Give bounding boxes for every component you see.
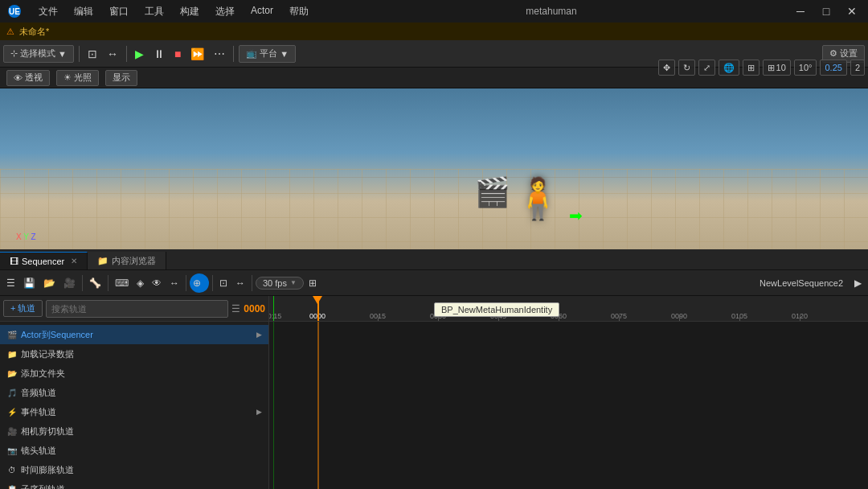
ruler-line-90 (679, 315, 680, 322)
forward-btn[interactable]: ⏩ (187, 45, 207, 63)
snap-btn[interactable]: ⊡ (84, 45, 100, 63)
menu-edit[interactable]: 编辑 (71, 3, 96, 20)
timeline-tracks-area[interactable] (269, 322, 868, 489)
grid-size-btn[interactable]: ⊞ 10 (763, 60, 791, 76)
display-btn[interactable]: 显示 (105, 70, 137, 86)
menu-actor[interactable]: Actor (248, 3, 276, 20)
seq-view-btn[interactable]: 👁 (149, 273, 165, 293)
transform-btn[interactable]: ↔ (104, 45, 121, 63)
track-item-camera-cut[interactable]: 🎥 相机剪切轨道 (0, 421, 268, 441)
tab-close-icon[interactable]: ✕ (71, 257, 77, 265)
scale-size-btn[interactable]: 0.25 (820, 60, 846, 76)
dropdown-arrow-icon: ▼ (58, 49, 67, 59)
platform-btn[interactable]: 📺 平台 ▼ (239, 45, 296, 63)
track-item-folder[interactable]: 📂 添加文件夹 (0, 364, 268, 383)
timeline-panel: -0:15 0000 0015 0030 0045 0060 0075 0090 (269, 296, 868, 489)
move-tool-btn[interactable]: ✥ (658, 60, 675, 76)
track-item-timedilate[interactable]: ⏱ 时间膨胀轨道 (0, 460, 268, 479)
menu-file[interactable]: 文件 (35, 3, 61, 20)
title-bar: UE 文件 编辑 窗口 工具 构建 选择 Actor 帮助 metahuman … (0, 0, 868, 23)
mode-select-btn[interactable]: ⊹ 选择模式 ▼ (3, 45, 74, 63)
minimize-button[interactable]: ─ (791, 2, 810, 21)
track-icon-event: ⚡ (6, 408, 18, 417)
track-filter-icon[interactable]: ☰ (231, 303, 240, 314)
track-item-event[interactable]: ⚡ 事件轨道 (0, 402, 268, 421)
track-item-record[interactable]: 📁 加载记录数据 (0, 344, 268, 364)
seq-sep-1 (82, 275, 83, 291)
axis-indicator: X Y Z (16, 232, 36, 241)
surface-snapping-btn[interactable]: ⊞ (743, 60, 760, 76)
warning-bar: ⚠ 未命名* (0, 23, 868, 40)
seq-cam-btn[interactable]: 🎥 (60, 273, 79, 293)
menu-select[interactable]: 选择 (212, 3, 238, 20)
tab-sequencer[interactable]: 🎞 Sequencer ✕ (0, 252, 88, 269)
seq-sep-4 (212, 275, 213, 291)
maximize-button[interactable]: □ (817, 2, 836, 21)
seq-auto-scroll-btn[interactable]: ↔ (232, 273, 248, 293)
track-item-subsequence[interactable]: 📋 子序列轨道 (0, 479, 268, 489)
rotate-tool-btn[interactable]: ↻ (678, 60, 695, 76)
ruler-line-105 (739, 315, 740, 322)
app-logo: UE (6, 3, 23, 19)
world-local-btn[interactable]: 🌐 (719, 60, 739, 76)
stop-btn[interactable]: ■ (171, 45, 184, 63)
pause-btn[interactable]: ⏸ (150, 45, 168, 63)
seq-open-btn[interactable]: 📂 (40, 273, 59, 293)
menu-help[interactable]: 帮助 (286, 3, 312, 20)
svg-text:UE: UE (9, 7, 20, 16)
close-button[interactable]: ✕ (842, 2, 862, 21)
rotation-size-btn[interactable]: 10° (794, 60, 817, 76)
track-icon-audio: 🎵 (6, 388, 18, 397)
toolbar-separator-1 (79, 46, 80, 62)
settings-icon: ⚙ (829, 48, 837, 59)
seq-record-mode-btn[interactable]: ⊕ (190, 273, 209, 293)
seq-filter-btn[interactable]: ◈ (133, 273, 147, 293)
start-marker-track-line (273, 322, 274, 489)
perspective-btn[interactable]: 👁 透视 (6, 70, 50, 86)
track-icon-lens: 📷 (6, 446, 18, 455)
track-icon-timedilate: ⏱ (6, 466, 18, 475)
toolbar-separator-2 (126, 46, 127, 62)
seq-more-btn[interactable]: ▶ (851, 273, 865, 293)
seq-extra-btn[interactable]: ⊞ (305, 273, 320, 293)
menu-tools[interactable]: 工具 (141, 3, 167, 20)
seq-snap-btn[interactable]: ⊡ (216, 273, 231, 293)
track-item-actor[interactable]: 🎬 Actor到Sequencer (0, 325, 268, 344)
camera-speed-btn[interactable]: 2 (850, 60, 865, 76)
cursor-icon: ⊹ (10, 48, 18, 59)
platform-icon: 📺 (246, 48, 257, 59)
seq-transform-btn[interactable]: ↔ (166, 273, 182, 293)
more-btn[interactable]: ⋯ (211, 45, 228, 63)
menu-build[interactable]: 构建 (177, 3, 203, 20)
seq-keys-btn[interactable]: ⌨ (112, 273, 132, 293)
track-icon-subsequence: 📋 (6, 485, 18, 490)
track-controls-bar: + 轨道 ☰ 0000 (0, 296, 268, 322)
ruler-line-75 (619, 315, 620, 322)
timeline-ruler[interactable]: -0:15 0000 0015 0030 0045 0060 0075 0090 (269, 296, 868, 322)
frame-counter: 0000 (244, 303, 265, 314)
horizon-line (0, 177, 868, 178)
play-movie-btn[interactable]: ▶ (132, 45, 147, 63)
start-marker-line (273, 296, 274, 322)
seq-menu-btn[interactable]: ☰ (3, 273, 18, 293)
platform-arrow-icon: ▼ (280, 49, 289, 59)
add-track-button[interactable]: + 轨道 (3, 300, 43, 317)
sequencer-icon: 🎞 (10, 257, 18, 266)
lighting-btn[interactable]: ☀ 光照 (56, 70, 99, 86)
track-item-audio[interactable]: 🎵 音频轨道 (0, 383, 268, 402)
seq-sep-3 (186, 275, 186, 291)
menu-window[interactable]: 窗口 (106, 3, 132, 20)
seq-save-btn[interactable]: 💾 (20, 273, 39, 293)
seq-bones-btn[interactable]: 🦴 (86, 273, 104, 293)
playhead-track-line (317, 322, 319, 489)
track-search-input[interactable] (46, 300, 228, 318)
scale-tool-btn[interactable]: ⤢ (698, 60, 715, 76)
sequencer-panel: ☰ 💾 📂 🎥 🦴 ⌨ ◈ 👁 ↔ ⊕ ⊡ ↔ 30 fps ⊞ NewLeve… (0, 270, 868, 489)
tab-content-browser[interactable]: 📁 内容浏览器 (88, 252, 166, 269)
toolbar-separator-3 (233, 46, 234, 62)
track-item-lens[interactable]: 📷 镜头轨道 (0, 441, 268, 460)
grid-floor (0, 169, 868, 249)
menu-bar: 文件 编辑 窗口 工具 构建 选择 Actor 帮助 (35, 3, 312, 20)
3d-viewport[interactable]: 🧍 🎬 ➡ X Y Z (0, 88, 868, 249)
fps-selector[interactable]: 30 fps (256, 277, 304, 290)
